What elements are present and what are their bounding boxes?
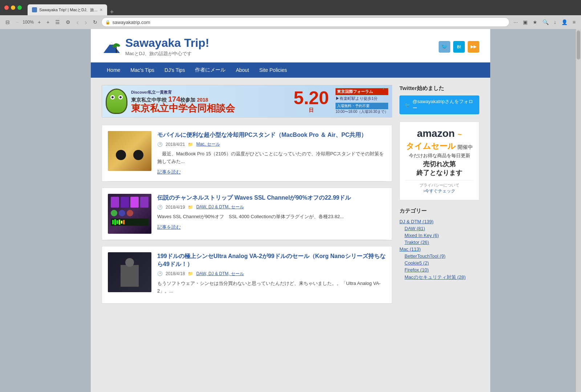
ad-venue-block: 東京国際フォーラム ▶有楽町駅より徒歩1分 入場無料・予約不要 10:00〜18… xyxy=(336,88,388,114)
article-title-2[interactable]: 伝説のチャンネルストリップ Waves SSL Channelが90%オフの22… xyxy=(157,194,386,202)
article-categories-3[interactable]: DAW, DJ & DTM, セール xyxy=(196,271,244,277)
scrollbar-thumb[interactable] xyxy=(577,30,580,60)
article-divider-2 xyxy=(108,240,386,240)
nav-macs-tips[interactable]: Mac's Tips xyxy=(125,63,159,77)
twitter-social-button[interactable]: 🐦 xyxy=(439,41,450,53)
mixer-vu xyxy=(111,219,149,226)
new-tab-toolbar-button[interactable]: + xyxy=(45,18,51,26)
amazon-sale-suffix: 開催中 xyxy=(458,144,473,150)
search-button[interactable]: 🔍 xyxy=(541,18,550,26)
category-link-2[interactable]: Mixed In Key (6) xyxy=(405,233,439,238)
reader-icon[interactable]: ☰ xyxy=(53,18,62,26)
tab-close-button[interactable]: × xyxy=(100,7,103,12)
thumb-eye-left xyxy=(116,150,126,160)
category-item-4: Mac (113) xyxy=(399,246,479,253)
sidebar-toggle-button[interactable]: ⊟ xyxy=(4,18,12,26)
refresh-button[interactable]: ↻ xyxy=(91,18,99,26)
category-link-7[interactable]: Firefox (10) xyxy=(405,267,428,273)
menu-button[interactable]: ≡ xyxy=(571,18,577,26)
minimize-window-button[interactable] xyxy=(11,5,15,10)
website: Sawayaka Trip! MacとDJ、旅の話題が中心です 🐦 B! ▶▶ … xyxy=(91,29,490,392)
avatar-button[interactable]: 👤 xyxy=(560,18,569,26)
amazon-check-link[interactable]: ›今すぐチェック xyxy=(406,188,473,194)
mixer-grid xyxy=(111,197,149,208)
sidebar-amazon: amazon ~ タイムセール 開催中 今だけお得な商品を毎日更新 売切れ次第 … xyxy=(399,122,479,200)
article-categories-2[interactable]: DAW, DJ & DTM, セール xyxy=(196,204,244,210)
page-wrapper: Sawayaka Trip! MacとDJ、旅の話題が中心です 🐦 B! ▶▶ … xyxy=(0,29,581,392)
read-more-1[interactable]: 記事を読む xyxy=(157,169,181,175)
amazon-ad-box[interactable]: amazon ~ タイムセール 開催中 今だけお得な商品を毎日更新 売切れ次第 … xyxy=(399,122,479,200)
tab-title: Sawayaka Trip! | MacとDJ、旅... xyxy=(39,7,98,13)
ad-year: 2018 xyxy=(197,97,208,103)
more-button[interactable]: ··· xyxy=(512,18,520,26)
amazon-text-1: 今だけお得な商品を毎日更新 xyxy=(406,152,473,160)
article-meta-3: 🕐 2018/4/18 📁 DAW, DJ & DTM, セール xyxy=(157,271,386,277)
article-card-3: 199ドルの極上シンセUltra Analog VA-2が99ドルのセール（Ko… xyxy=(102,246,392,304)
article-date-3: 2018/4/18 xyxy=(166,271,185,276)
meta-folder-icon-3: 📁 xyxy=(188,271,193,276)
article-card-2: 伝説のチャンネルストリップ Waves SSL Channelが90%オフの22… xyxy=(102,188,392,240)
article-title-3[interactable]: 199ドルの極上シンセUltra Analog VA-2が99ドルのセール（Ko… xyxy=(157,252,386,269)
category-link-4[interactable]: Mac (113) xyxy=(399,246,421,252)
thumb-eye-right xyxy=(133,150,143,160)
svg-point-5 xyxy=(114,44,119,46)
zoom-level: 100% xyxy=(23,20,34,25)
address-bar[interactable]: 🔒 sawayakatrip.com xyxy=(101,17,510,27)
ad-close-button[interactable]: × xyxy=(382,87,385,91)
new-tab-button[interactable]: + xyxy=(107,9,117,15)
category-item-7: Firefox (10) xyxy=(399,266,479,273)
amazon-sale-label: タイムセール xyxy=(406,142,456,151)
category-link-0[interactable]: DJ & DTM (139) xyxy=(399,219,434,224)
nav-about[interactable]: About xyxy=(231,63,254,77)
close-window-button[interactable] xyxy=(4,5,9,10)
hatena-social-button[interactable]: B! xyxy=(453,41,465,53)
zoom-out-button[interactable]: − xyxy=(14,18,20,26)
nav-site-policies[interactable]: Site Policies xyxy=(254,63,292,77)
category-link-5[interactable]: BetterTouchTool (9) xyxy=(405,253,446,259)
meta-clock-icon-3: 🕐 xyxy=(157,271,163,276)
article-inner-2: 伝説のチャンネルストリップ Waves SSL Channelが90%オフの22… xyxy=(102,188,392,240)
categories-title: カテゴリー xyxy=(399,208,479,215)
nav-djs-tips[interactable]: DJ's Tips xyxy=(159,63,190,77)
hatena-icon: B! xyxy=(457,45,461,49)
article-excerpt-1: 最近、MacBook Pro 15（2105）の温度がひどいことになっていたので… xyxy=(157,150,386,166)
category-link-8[interactable]: Macのセキュリティ対策 (28) xyxy=(405,274,466,280)
back-button[interactable]: ‹ xyxy=(74,17,81,27)
read-more-2[interactable]: 記事を読む xyxy=(157,224,181,230)
article-inner-3: 199ドルの極上シンセUltra Analog VA-2が99ドルのセール（Ko… xyxy=(102,246,392,303)
ad-free: 入場無料・予約不要 xyxy=(336,103,388,109)
category-link-1[interactable]: DAW (81) xyxy=(405,226,425,231)
amazon-check-line: プライバシーについて ›今すぐチェック xyxy=(406,180,473,194)
logo-icon xyxy=(102,37,122,57)
download-button[interactable]: ↓ xyxy=(552,18,558,26)
article-title-1[interactable]: モバイルに便利な超小型な冷却用PCスタンド（MacBook Pro ＆ Air、… xyxy=(157,131,386,139)
ad-main-title: 東京私立中学合同相談会 xyxy=(131,103,290,113)
nav-contact[interactable]: 作者にメール xyxy=(190,62,231,78)
zoom-in-button[interactable]: + xyxy=(36,18,42,26)
ad-time: 10:00〜18:00（入場16:30まで） xyxy=(336,109,388,114)
maximize-window-button[interactable] xyxy=(17,5,22,10)
svg-marker-1 xyxy=(110,42,113,45)
category-item-3: Traktor (26) xyxy=(399,239,479,246)
nav-home[interactable]: Home xyxy=(102,63,125,77)
article-meta-1: 🕐 2018/4/21 📁 Mac, セール xyxy=(157,141,386,147)
category-item-8: Macのセキュリティ対策 (28) xyxy=(399,273,479,281)
article-body-2: 伝説のチャンネルストリップ Waves SSL Channelが90%オフの22… xyxy=(157,194,386,234)
rss-social-button[interactable]: ▶▶ xyxy=(468,41,479,53)
twitter-follow-button[interactable]: 🐦 @sawayakatripさんをフォロー xyxy=(399,95,479,114)
category-item-0: DJ & DTM (139) xyxy=(399,218,479,225)
bookmark-button[interactable]: ★ xyxy=(531,18,539,26)
main-column: × Discover私立一貫教育 東京私立中学校 174校参加 xyxy=(102,85,392,310)
forward-button[interactable]: › xyxy=(83,17,89,27)
article-thumbnail-3 xyxy=(108,252,151,292)
site-navigation: Home Mac's Tips DJ's Tips 作者にメール About S… xyxy=(91,62,490,78)
gear-icon[interactable]: ⚙ xyxy=(64,18,72,26)
category-link-3[interactable]: Traktor (26) xyxy=(405,240,429,245)
active-tab[interactable]: Sawayaka Trip! | MacとDJ、旅... × xyxy=(28,4,107,15)
ad-character xyxy=(106,89,127,114)
scrollbar[interactable] xyxy=(576,29,581,392)
pocket-button[interactable]: ▣ xyxy=(521,18,529,26)
site-logo: Sawayaka Trip! MacとDJ、旅の話題が中心です xyxy=(102,36,209,57)
article-categories-1[interactable]: Mac, セール xyxy=(196,141,220,147)
category-link-6[interactable]: Cookie5 (2) xyxy=(405,260,429,266)
